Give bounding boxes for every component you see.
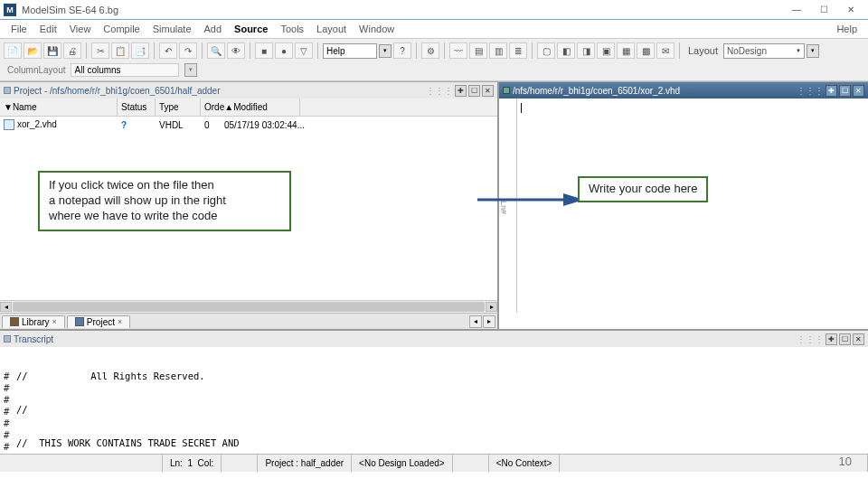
status-design: <No Design Loaded> xyxy=(352,455,453,472)
tab-close-icon[interactable]: × xyxy=(118,317,122,326)
scroll-right-icon[interactable]: ▸ xyxy=(486,302,497,312)
transcript-pane: Transcript ⋮⋮⋮ ✚ ☐ ✕ ######## // All Rig… xyxy=(0,329,868,454)
save-icon[interactable]: 💾 xyxy=(43,42,61,59)
pane-dock-icon[interactable]: ✚ xyxy=(826,333,837,345)
project-pane: Project - /nfs/home/r/r_bhi1g/coen_6501/… xyxy=(0,82,499,313)
menu-add[interactable]: Add xyxy=(199,22,228,36)
file-type: VHDL xyxy=(156,118,201,132)
tab-close-icon[interactable]: × xyxy=(52,317,57,326)
menu-edit[interactable]: Edit xyxy=(34,22,62,36)
g4-icon[interactable]: ▣ xyxy=(597,42,615,59)
pane-dock-icon[interactable]: ✚ xyxy=(455,85,467,97)
redo-icon[interactable]: ↷ xyxy=(179,42,197,59)
layout-dropdown-icon[interactable]: ▾ xyxy=(807,44,819,58)
open-icon[interactable]: 📂 xyxy=(24,42,42,59)
tab-library[interactable]: Library × xyxy=(2,315,65,328)
minimize-button[interactable]: — xyxy=(783,0,810,20)
project-pane-header: Project - /nfs/home/r/r_bhi1g/coen_6501/… xyxy=(0,82,497,99)
col-order[interactable]: Orde▲Modified xyxy=(201,99,300,116)
pane-handle-icon[interactable] xyxy=(4,87,11,94)
menu-window[interactable]: Window xyxy=(354,22,400,36)
pane-close-icon[interactable]: ✕ xyxy=(482,85,494,97)
col-status[interactable]: Status xyxy=(118,99,156,116)
status-project: Project : half_adder xyxy=(258,455,352,472)
pane-dock-icon[interactable]: ✚ xyxy=(826,85,837,97)
g5-icon[interactable]: ▦ xyxy=(617,42,635,59)
pane-max-icon[interactable]: ☐ xyxy=(839,333,851,345)
transcript-text: // All Rights Reserved. // // THIS WORK … xyxy=(16,349,307,452)
tabs-left-icon[interactable]: ◂ xyxy=(469,315,482,328)
undo-icon[interactable]: ↶ xyxy=(159,42,177,59)
stop-icon[interactable]: ■ xyxy=(255,42,273,59)
print-icon[interactable]: 🖨 xyxy=(63,42,81,59)
menu-simulate[interactable]: Simulate xyxy=(147,22,197,36)
status-line: Ln: 1 Col: xyxy=(163,455,222,472)
scroll-thumb[interactable] xyxy=(13,302,485,312)
menu-compile[interactable]: Compile xyxy=(98,22,145,36)
slide-number: 10 xyxy=(839,455,852,468)
cut-icon[interactable]: ✂ xyxy=(91,42,109,59)
tab-project-label: Project xyxy=(87,317,115,327)
menu-bar: File Edit View Compile Simulate Add Sour… xyxy=(0,20,868,38)
pane-handle-icon[interactable] xyxy=(4,335,11,343)
pane-close-icon[interactable]: ✕ xyxy=(853,333,864,345)
zoom-icon[interactable]: 👁 xyxy=(227,42,245,59)
paste-icon[interactable]: 📑 xyxy=(131,42,149,59)
columnlayout-dropdown-icon[interactable]: ▾ xyxy=(184,63,197,77)
menu-source[interactable]: Source xyxy=(229,22,273,36)
title-bar: M ModelSim SE-64 6.bg — ☐ ✕ xyxy=(0,0,868,20)
break-icon[interactable]: ● xyxy=(275,42,293,59)
g2-icon[interactable]: ◧ xyxy=(557,42,575,59)
wave-icon[interactable]: 〰 xyxy=(449,42,467,59)
msg-icon[interactable]: ✉ xyxy=(656,42,675,59)
help-dropdown-icon[interactable]: ▾ xyxy=(379,44,392,58)
signals-icon[interactable]: ▥ xyxy=(489,42,507,59)
pane-handle-icon[interactable] xyxy=(503,87,510,94)
project-column-headers: ▼Name Status Type Orde▲Modified xyxy=(0,99,497,117)
project-body: xor_2.vhd ? VHDL 0 05/17/19 03:02:44... … xyxy=(0,117,497,300)
new-icon[interactable]: 📄 xyxy=(4,42,22,59)
file-modified: 05/17/19 03:02:44... xyxy=(221,118,309,132)
layout-selector[interactable]: NoDesign ▼ xyxy=(723,43,805,59)
copy-icon[interactable]: 📋 xyxy=(111,42,129,59)
app-icon: M xyxy=(4,4,16,16)
file-order: 0 xyxy=(201,118,221,132)
callout-instructions: If you click twice on the file then a no… xyxy=(38,171,291,231)
g6-icon[interactable]: ▩ xyxy=(637,42,655,59)
g1-icon[interactable]: ▢ xyxy=(537,42,555,59)
step-icon[interactable]: ▽ xyxy=(295,42,313,59)
columnlayout-label: ColumnLayout xyxy=(7,65,65,75)
transcript-title: Transcript xyxy=(14,334,53,344)
menu-help[interactable]: Help xyxy=(831,22,863,36)
help-icon[interactable]: ? xyxy=(393,42,411,59)
pane-max-icon[interactable]: ☐ xyxy=(839,85,851,97)
menu-tools[interactable]: Tools xyxy=(275,22,309,36)
pane-close-icon[interactable]: ✕ xyxy=(853,85,864,97)
mem-icon[interactable]: ▤ xyxy=(469,42,487,59)
editor-pane-header: /nfs/home/r/r_bhi1g/coen_6501/xor_2.vhd … xyxy=(499,82,868,99)
cfg-icon[interactable]: ⚙ xyxy=(421,42,439,59)
callout-write-code: Write your code here xyxy=(578,176,708,202)
layout-value: NoDesign xyxy=(727,46,767,56)
menu-file[interactable]: File xyxy=(5,22,33,36)
close-button[interactable]: ✕ xyxy=(837,0,864,20)
col-name[interactable]: ▼Name xyxy=(0,99,118,116)
editor-pane-title: /nfs/home/r/r_bhi1g/coen_6501/xor_2.vhd xyxy=(513,86,680,96)
tab-library-label: Library xyxy=(22,317,50,327)
col-type[interactable]: Type xyxy=(156,99,201,116)
project-hscroll[interactable]: ◂ ▸ xyxy=(0,300,497,313)
tab-project[interactable]: Project × xyxy=(67,315,130,328)
g3-icon[interactable]: ◨ xyxy=(577,42,595,59)
columnlayout-input[interactable] xyxy=(71,63,179,77)
project-row[interactable]: xor_2.vhd ? VHDL 0 05/17/19 03:02:44... xyxy=(0,117,497,133)
list-icon[interactable]: ≣ xyxy=(509,42,527,59)
transcript-body[interactable]: ######## // All Rights Reserved. // // T… xyxy=(0,347,868,454)
pane-max-icon[interactable]: ☐ xyxy=(468,85,480,97)
tabs-right-icon[interactable]: ▸ xyxy=(483,315,495,328)
menu-layout[interactable]: Layout xyxy=(311,22,352,36)
help-search[interactable]: Help xyxy=(323,43,377,59)
scroll-left-icon[interactable]: ◂ xyxy=(0,302,12,312)
menu-view[interactable]: View xyxy=(64,22,97,36)
find-icon[interactable]: 🔍 xyxy=(207,42,225,59)
maximize-button[interactable]: ☐ xyxy=(810,0,837,20)
